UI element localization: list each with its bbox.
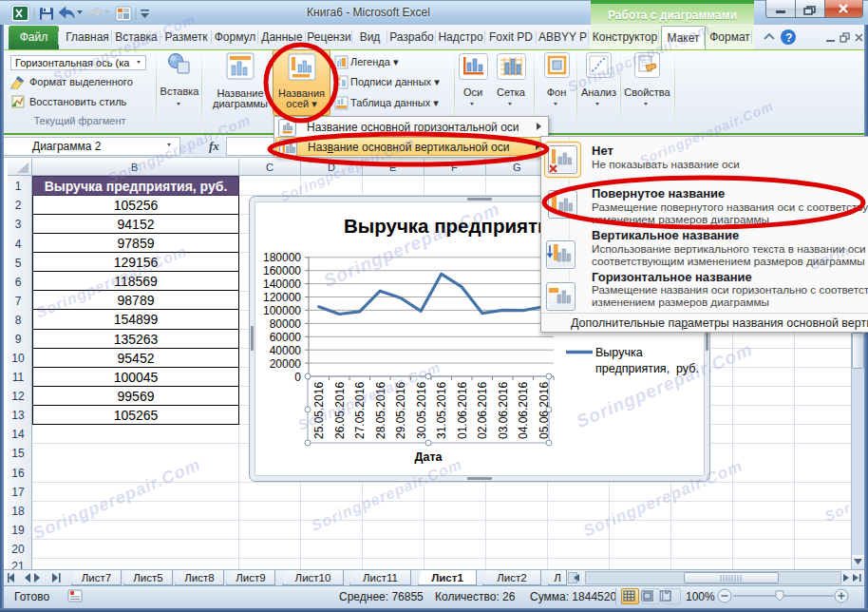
svg-text:100000: 100000 xyxy=(263,304,301,317)
svg-text:160000: 160000 xyxy=(263,264,301,277)
svg-text:Дата: Дата xyxy=(415,450,443,464)
svg-text:0: 0 xyxy=(294,371,301,384)
svg-text:01.06.2016: 01.06.2016 xyxy=(456,382,469,439)
svg-text:30.05.2016: 30.05.2016 xyxy=(415,382,428,439)
svg-text:40000: 40000 xyxy=(270,344,302,357)
svg-text:60000: 60000 xyxy=(270,331,302,344)
svg-text:80000: 80000 xyxy=(270,317,302,331)
svg-text:Выручка: Выручка xyxy=(595,346,643,359)
svg-text:03.06.2016: 03.06.2016 xyxy=(497,382,510,439)
svg-text:31.05.2016: 31.05.2016 xyxy=(435,382,448,439)
svg-text:02.06.2016: 02.06.2016 xyxy=(476,382,489,439)
svg-text:140000: 140000 xyxy=(263,277,301,291)
svg-text:120000: 120000 xyxy=(263,291,301,304)
svg-text:?: ? xyxy=(785,31,792,45)
svg-text:20000: 20000 xyxy=(270,357,302,371)
svg-text:180000: 180000 xyxy=(263,251,301,264)
svg-text:04.06.2016: 04.06.2016 xyxy=(517,382,530,439)
